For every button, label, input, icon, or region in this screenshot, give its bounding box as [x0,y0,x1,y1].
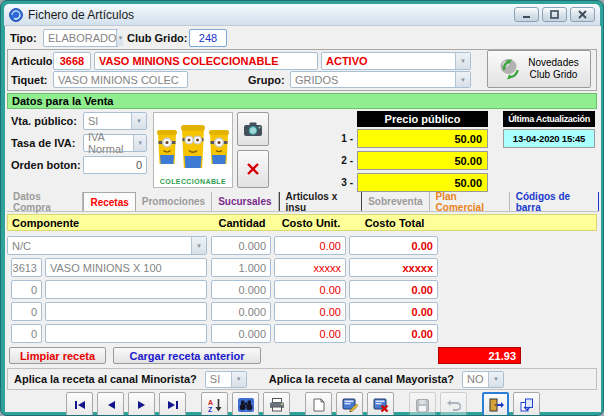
tab-recetas[interactable]: Recetas [83,192,135,211]
col-componente: Componente [12,217,79,229]
tiquet-input[interactable]: VASO MINIONS COLEC [53,71,188,88]
datos-venta-header: Datos para la Venta [7,93,597,109]
cantidad-cell[interactable]: 0.000 [211,324,271,343]
first-record-button[interactable] [66,392,93,416]
chevron-down-icon: ▼ [131,113,146,129]
delete-x-icon [246,162,260,176]
orden-boton-label: Orden boton: [11,156,81,174]
costo-unit-cell: xxxxx [274,258,346,277]
costo-total-cell: 0.00 [349,236,438,255]
minorista-label: Aplica la receta al canal Minorista? [14,373,197,385]
tipo-dropdown[interactable]: ELABORADO ▼ [43,29,119,47]
col-costo-total: Costo Total [350,217,439,229]
cargar-receta-anterior-button[interactable]: Cargar receta anterior [113,347,261,364]
componente-dropdown[interactable]: N/C▼ [7,236,207,255]
tab-bar: Datos Compra Recetas Promociones Sucursa… [7,192,599,212]
novedades-label-line2: Club Grido [530,69,578,80]
tasa-iva-dropdown[interactable]: IVA Normal▼ [83,134,147,152]
receta-table-header: Componente Cantidad Costo Unit. Costo To… [7,214,597,231]
delete-form-icon [373,398,389,412]
orden-boton-input[interactable]: 0 [83,156,147,174]
edit-record-button[interactable] [336,392,363,416]
mayorista-dropdown[interactable]: NO▼ [462,371,504,388]
costo-total-cell: xxxxx [349,258,438,277]
tab-datos-compra[interactable]: Datos Compra [7,192,83,211]
vta-publico-dropdown[interactable]: SI▼ [83,112,147,130]
componente-cell[interactable] [45,280,207,299]
costo-unit-cell: 0.00 [274,236,346,255]
costo-total-receta: 21.93 [438,347,521,364]
save-record-button[interactable] [409,392,436,416]
app-icon [9,8,23,22]
exit-door-icon [488,398,504,412]
novedades-club-grido-button[interactable]: Novedades Club Grido [487,50,591,88]
svg-text:A: A [208,399,213,406]
close-button[interactable] [570,7,595,22]
cantidad-cell[interactable]: 0.000 [211,280,271,299]
duplicate-record-icon [520,398,534,412]
novedades-label-line1: Novedades [528,57,579,68]
tab-articulos-x-insu[interactable]: Articulos x insu [279,192,363,211]
precio-3-input[interactable]: 50.00 [357,173,488,192]
club-grido-input[interactable]: 248 [189,29,227,47]
delete-record-button[interactable] [367,392,394,416]
grupo-label: Grupo: [248,71,285,89]
title-bar[interactable]: Fichero de Artículos [4,4,600,26]
articulo-label: Articulo: [11,52,56,70]
new-record-button[interactable] [305,392,332,416]
chevron-down-icon: ▼ [133,135,146,151]
next-record-button[interactable] [128,392,155,416]
tab-promociones[interactable]: Promociones [136,192,212,211]
chevron-down-icon: ▼ [116,30,123,46]
codigo-cell[interactable]: 0 [11,302,42,321]
previous-record-icon [106,400,116,410]
window-title: Fichero de Artículos [28,8,134,22]
sort-az-icon: AZ [207,398,223,412]
precio-2-input[interactable]: 50.00 [357,151,488,170]
tab-codigos-de-barra[interactable]: Códigos de barra [510,192,599,211]
minorista-dropdown[interactable]: SI▼ [205,371,247,388]
estado-dropdown[interactable]: ACTIVO ▼ [321,52,471,70]
codigo-cell[interactable]: 3613 [11,258,42,277]
previous-record-button[interactable] [97,392,124,416]
tab-sobreventa[interactable]: Sobreventa [362,192,429,211]
articulo-nombre-input[interactable]: VASO MINIONS COLECCIONABLE [94,52,318,70]
exit-button[interactable] [482,392,509,416]
limpiar-receta-button[interactable]: Limpiar receta [9,347,106,364]
binoculars-search-icon [238,398,254,412]
cantidad-cell[interactable]: 0.000 [211,302,271,321]
precio-1-input[interactable]: 50.00 [357,129,488,148]
cantidad-cell[interactable]: 0.000 [211,236,271,255]
grupo-dropdown[interactable]: GRIDOS ▼ [290,71,471,88]
tab-sucursales[interactable]: Sucursales [212,192,278,211]
canales-row: Aplica la receta al canal Minorista? SI▼… [7,368,597,390]
search-button[interactable] [232,392,259,416]
componente-cell[interactable] [45,324,207,343]
maximize-button[interactable] [542,7,567,22]
fichero-articulos-window: Fichero de Artículos Tipo: ELABORADO ▼ C… [0,0,604,416]
quitar-foto-button[interactable] [237,150,269,188]
cambiar-foto-button[interactable] [237,112,269,146]
edit-form-icon [342,398,358,412]
camera-icon [243,121,263,137]
novedades-icon [499,57,523,81]
vta-publico-label: Vta. público: [11,112,77,130]
componente-cell[interactable] [45,302,207,321]
articulo-codigo-input[interactable]: 3668 [53,52,91,70]
precio-1-num: 1 - [333,129,353,148]
tab-plan-comercial[interactable]: Plan Comercial [430,192,510,211]
sort-button[interactable]: AZ [201,392,228,416]
next-record-icon [137,400,147,410]
minions-cups-image [156,122,230,178]
print-button[interactable] [263,392,290,416]
undo-button[interactable] [440,392,467,416]
last-record-button[interactable] [159,392,186,416]
minimize-button[interactable] [514,7,539,22]
componente-cell[interactable]: VASO MINIONS X 100 [45,258,207,277]
codigo-cell[interactable]: 0 [11,280,42,299]
cantidad-cell[interactable]: 1.000 [211,258,271,277]
codigo-cell[interactable]: 0 [11,324,42,343]
costo-total-cell: 0.00 [349,280,438,299]
duplicate-button[interactable] [513,392,540,416]
precio-publico-header: Precio público [357,111,488,127]
